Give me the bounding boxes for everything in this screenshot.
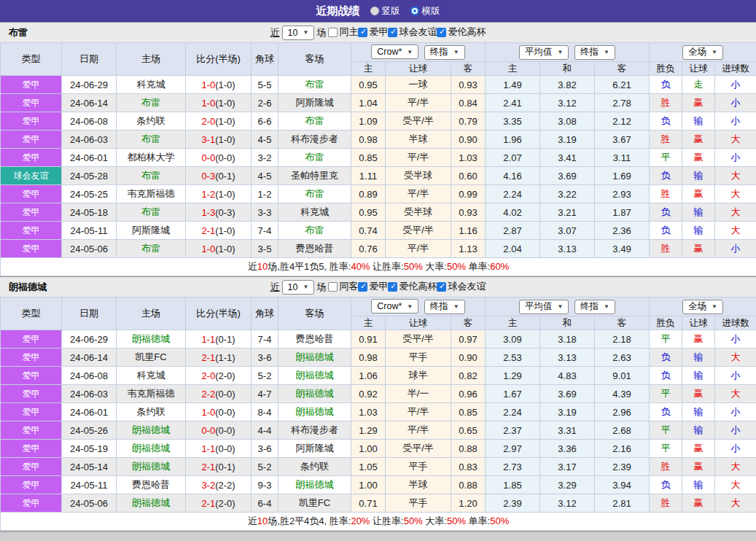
avg-draw-cell: 4.83 (540, 367, 595, 385)
result-handicap-cell: 走 (682, 76, 715, 94)
summary-text: 50% (404, 515, 423, 526)
games-count-value: 10 (288, 28, 298, 38)
layout-radio-horizontal[interactable]: 横版 (410, 5, 440, 17)
league-type-cell: 爱甲 (1, 149, 62, 167)
avg-home-cell: 2.87 (486, 222, 540, 240)
away-odds-cell: 0.84 (451, 94, 486, 112)
summary-cell: 近10场,胜4平1负5, 胜率:40% 让胜率:50% 大率:50% 单率:60… (1, 258, 756, 276)
games-label: 场 (316, 281, 326, 294)
subheader-avg-home: 主 (486, 62, 540, 76)
scope-select[interactable]: 全场▼ (682, 45, 723, 60)
checkbox-icon[interactable] (358, 282, 367, 292)
odds-stage-select[interactable]: 终指▼ (424, 300, 465, 314)
checkbox-icon[interactable] (328, 282, 338, 292)
result-goals-cell: 小 (715, 94, 756, 112)
home-odds-cell: 0.98 (351, 131, 386, 149)
result-wdl-cell: 胜 (650, 94, 682, 112)
home-team-cell: 布雷 (117, 167, 186, 185)
away-odds-cell: 0.88 (451, 476, 486, 494)
checkbox-icon[interactable] (437, 282, 446, 292)
filter-checkbox[interactable]: 球会友谊 (388, 26, 437, 39)
scope-select[interactable]: 全场▼ (682, 300, 723, 314)
result-handicap-cell: 赢 (682, 458, 715, 476)
near-link[interactable]: 近 (270, 26, 280, 39)
result-handicap-cell: 赢 (682, 149, 715, 167)
match-row: 爱甲 24-05-25 韦克斯福德 1-2(1-0) 1-2 布雷 0.89 平… (1, 185, 756, 203)
odds-stage-select[interactable]: 终指▼ (424, 45, 465, 60)
result-wdl-cell: 平 (650, 385, 682, 403)
result-wdl-cell: 负 (650, 367, 682, 385)
home-team-cell: 条约联 (117, 403, 186, 421)
home-odds-cell: 0.95 (351, 76, 386, 94)
home-odds-cell: 1.05 (351, 458, 386, 476)
bookmaker-select[interactable]: Crow*▼ (371, 44, 418, 59)
average-select[interactable]: 平均值▼ (519, 300, 569, 314)
result-goals-cell: 大 (715, 222, 756, 240)
radio-selected-icon[interactable] (410, 7, 419, 15)
away-odds-cell: 0.88 (451, 440, 486, 458)
games-count-select[interactable]: 10 ▼ (282, 26, 315, 40)
league-type-cell: 爱甲 (1, 240, 62, 258)
result-group-header: 全场▼ (650, 297, 756, 316)
checkbox-icon[interactable] (388, 282, 397, 292)
corner-cell: 4-5 (252, 167, 278, 185)
avg-draw-cell: 3.18 (540, 330, 595, 349)
avg-home-cell: 1.29 (486, 367, 540, 385)
avg-away-cell: 3.11 (595, 149, 650, 167)
league-type-cell: 爱甲 (1, 131, 62, 149)
home-team-cell: 布雷 (117, 240, 186, 258)
checkbox-icon[interactable] (358, 28, 367, 37)
layout-radio-vertical[interactable]: 竖版 (370, 5, 400, 17)
home-odds-cell: 1.06 (351, 367, 386, 385)
filter-checkbox[interactable]: 同主 (328, 26, 358, 39)
score-cell: 2-1(1-0) (186, 222, 252, 240)
date-cell: 24-06-01 (62, 403, 117, 421)
filter-checkbox[interactable]: 爱伦高杯 (437, 26, 486, 39)
games-count-select[interactable]: 10 ▼ (282, 280, 315, 295)
col-header-corner: 角球 (252, 43, 278, 76)
result-goals-cell: 小 (715, 330, 756, 349)
match-row: 爱甲 24-06-03 布雷 3-1(1-0) 4-5 科布漫步者 0.98 半… (1, 131, 756, 149)
date-cell: 24-05-25 (62, 185, 117, 203)
result-handicap-cell: 输 (682, 421, 715, 440)
result-handicap-cell: 输 (682, 403, 715, 421)
result-goals-cell: 大 (715, 185, 756, 203)
home-team-cell: 朗福德城 (117, 421, 186, 440)
checkbox-icon[interactable] (437, 28, 446, 37)
away-odds-cell: 0.93 (451, 203, 486, 222)
away-odds-cell: 0.90 (451, 131, 486, 149)
near-link[interactable]: 近 (270, 281, 280, 294)
handicap-line-cell: 平手 (386, 494, 451, 513)
match-history-table: 类型 日期 主场 比分(半场) 角球 客场 Crow*▼ 终指▼ 平均值▼ 终指… (0, 42, 756, 276)
filter-checkbox[interactable]: 同客 (328, 280, 358, 293)
score-cell: 1-2(1-0) (186, 185, 252, 203)
checkbox-icon[interactable] (388, 28, 397, 37)
filter-checkbox[interactable]: 爱甲 (358, 26, 388, 39)
away-team-cell: 布雷 (278, 185, 351, 203)
checkbox-icon[interactable] (328, 28, 338, 37)
radio-unselected-icon[interactable] (370, 7, 379, 15)
home-odds-cell: 0.89 (351, 185, 386, 203)
subheader-result-wdl: 胜负 (650, 62, 682, 76)
average-stage-select[interactable]: 终指▼ (574, 45, 615, 60)
filter-checkbox-label: 球会友谊 (399, 26, 437, 39)
handicap-line-cell: 受平/半 (386, 222, 451, 240)
result-goals-cell: 小 (715, 240, 756, 258)
match-row: 爱甲 24-06-01 都柏林大学 0-0(0-0) 3-2 布雷 0.85 平… (1, 149, 756, 167)
filter-checkbox[interactable]: 爱伦高杯 (388, 280, 437, 293)
filter-checkbox-group: 同客爱甲爱伦高杯球会友谊 (328, 280, 486, 294)
filter-checkbox[interactable]: 球会友谊 (437, 280, 486, 293)
home-odds-cell: 1.03 (351, 403, 386, 421)
home-team-cell: 朗福德城 (117, 330, 186, 349)
avg-away-cell: 9.01 (595, 367, 650, 385)
chevron-down-icon: ▼ (558, 303, 564, 310)
bookmaker-select[interactable]: Crow*▼ (371, 299, 418, 314)
result-goals-cell: 大 (715, 203, 756, 222)
filter-checkbox[interactable]: 爱甲 (358, 280, 388, 293)
average-stage-select[interactable]: 终指▼ (574, 300, 615, 314)
games-label: 场 (316, 26, 326, 39)
away-team-cell: 朗福德城 (278, 403, 351, 421)
col-header-home: 主场 (117, 43, 186, 76)
corner-cell: 3-2 (252, 149, 278, 167)
average-select[interactable]: 平均值▼ (519, 45, 569, 60)
